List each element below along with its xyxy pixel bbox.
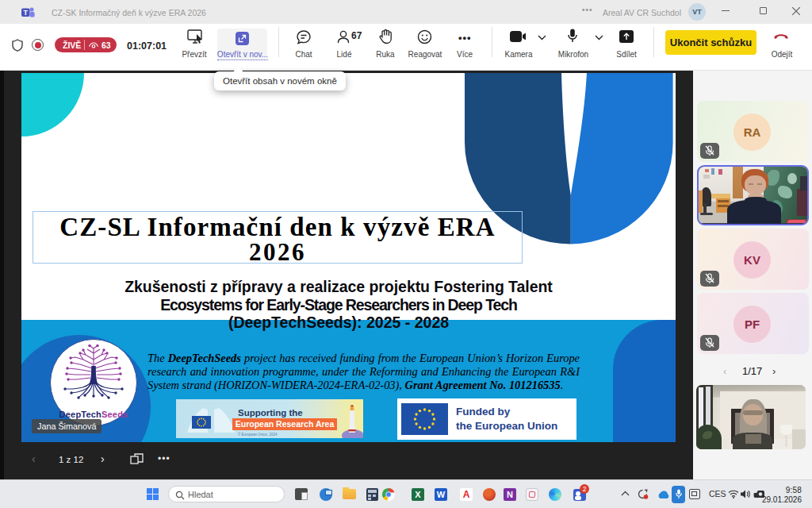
svg-text:T: T: [23, 9, 28, 17]
